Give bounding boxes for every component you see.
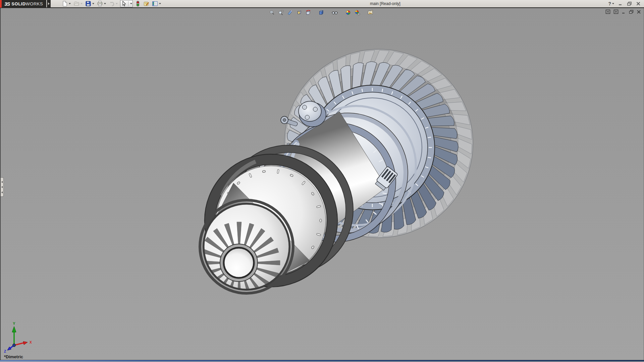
- window-controls: ?: [608, 1, 641, 6]
- apply-scene-button[interactable]: [354, 9, 361, 16]
- logo-red-stripe: [0, 0, 2, 8]
- collapse-left-pane-button[interactable]: [605, 9, 610, 14]
- zoom-to-area-icon: [278, 10, 284, 15]
- chevron-down-icon: [159, 3, 161, 4]
- triad-y-label: Y: [13, 321, 15, 325]
- previous-view-icon: [305, 10, 311, 15]
- restore-icon: [629, 10, 634, 14]
- chevron-down-icon[interactable]: [130, 3, 132, 4]
- previous-view-button[interactable]: [305, 9, 312, 16]
- titlebar[interactable]: 3S SOLIDWORKS: [0, 0, 644, 8]
- solidworks-window: 3S SOLIDWORKS: [0, 0, 644, 362]
- feature-manager-collapsed-tab[interactable]: [1, 177, 4, 197]
- document-window-controls: [605, 9, 641, 14]
- new-document-icon: [62, 1, 68, 7]
- design-binder-icon: [143, 1, 149, 7]
- stoplight-icon: [135, 1, 141, 7]
- hide-show-items-button[interactable]: [331, 9, 338, 16]
- minimize-button[interactable]: [618, 1, 623, 6]
- help-button[interactable]: ?: [608, 1, 614, 6]
- ds-logo-glyph: 3S: [4, 1, 10, 7]
- select-cursor-icon: [121, 0, 127, 7]
- restore-icon: [627, 1, 632, 6]
- chevron-down-icon: [116, 3, 118, 4]
- eyeglasses-icon: [331, 10, 338, 15]
- apply-scene-icon: [354, 10, 360, 15]
- taskbar-edge: [0, 360, 644, 361]
- section-view-button[interactable]: [286, 9, 293, 16]
- solidworks-logo: 3S SOLIDWORKS: [0, 0, 46, 8]
- view-settings-icon: [367, 10, 373, 15]
- close-document-button[interactable]: [637, 10, 641, 14]
- jet-engine-model[interactable]: [198, 49, 473, 304]
- minimize-icon: [622, 10, 626, 14]
- view-orientation-button[interactable]: [296, 9, 303, 16]
- save-button[interactable]: [84, 0, 95, 7]
- open-folder-icon: [73, 1, 79, 7]
- help-icon: ?: [608, 1, 611, 6]
- restore-document-button[interactable]: [629, 10, 634, 14]
- triad-z-label: Z: [4, 350, 6, 353]
- view-settings-button[interactable]: [367, 9, 374, 16]
- print-button[interactable]: [96, 0, 107, 7]
- zoom-to-area-button[interactable]: [277, 9, 284, 16]
- window-title: main [Read-only]: [162, 1, 608, 6]
- undo-arrow-icon: [109, 1, 115, 7]
- options-button[interactable]: [151, 0, 162, 7]
- brand-name-bold: SOLID: [11, 1, 25, 6]
- restore-button[interactable]: [627, 1, 632, 6]
- chevron-down-icon: [92, 3, 94, 4]
- section-view-icon: [287, 10, 293, 15]
- zoom-to-fit-button[interactable]: [268, 9, 275, 16]
- brand-name-light: WORKS: [26, 1, 43, 6]
- edit-appearance-button[interactable]: [344, 9, 352, 16]
- undo-button[interactable]: [108, 0, 119, 7]
- close-icon: [637, 10, 641, 14]
- view-orientation-label: *Dimetric: [4, 354, 23, 359]
- close-icon: [636, 1, 641, 6]
- display-style-icon: [318, 10, 324, 15]
- left-arrow-icon: [1, 191, 3, 193]
- panel-right-arrow-icon: [613, 9, 619, 14]
- panel-left-arrow-icon: [605, 9, 610, 14]
- minimize-document-button[interactable]: [622, 10, 626, 14]
- expand-right-pane-button[interactable]: [613, 9, 619, 14]
- select-tool-button[interactable]: [120, 0, 133, 7]
- standard-toolbar: [61, 0, 162, 7]
- options-checklist-icon: [152, 1, 158, 7]
- chevron-down-icon: [612, 3, 614, 4]
- triad-x-label: X: [30, 341, 32, 344]
- menu-expand-arrow[interactable]: [47, 0, 51, 8]
- close-button[interactable]: [636, 1, 641, 6]
- selection-filter-button[interactable]: [134, 0, 142, 7]
- display-style-button[interactable]: [318, 9, 325, 16]
- 3d-viewport[interactable]: Y X Z *Dimetric: [0, 8, 644, 360]
- headsup-view-toolbar: [268, 9, 376, 16]
- left-arrow-icon: [1, 186, 3, 188]
- open-button[interactable]: [72, 0, 84, 7]
- divider: [128, 1, 128, 6]
- print-icon: [97, 1, 103, 7]
- chevron-down-icon: [80, 3, 83, 4]
- design-binder-button[interactable]: [142, 0, 150, 7]
- minimize-icon: [618, 1, 623, 6]
- view-orientation-icon: [296, 10, 302, 15]
- appearance-ball-icon: [345, 10, 351, 15]
- zoom-to-fit-icon: [269, 10, 275, 15]
- new-document-button[interactable]: [61, 0, 72, 7]
- reference-triad: Y X Z: [3, 321, 35, 353]
- save-floppy-icon: [85, 1, 91, 7]
- right-arrow-icon: [48, 2, 50, 5]
- chevron-down-icon: [104, 3, 106, 4]
- 3d-viewport-canvas[interactable]: [1, 8, 644, 360]
- left-arrow-icon: [1, 181, 3, 183]
- chevron-down-icon: [69, 3, 71, 4]
